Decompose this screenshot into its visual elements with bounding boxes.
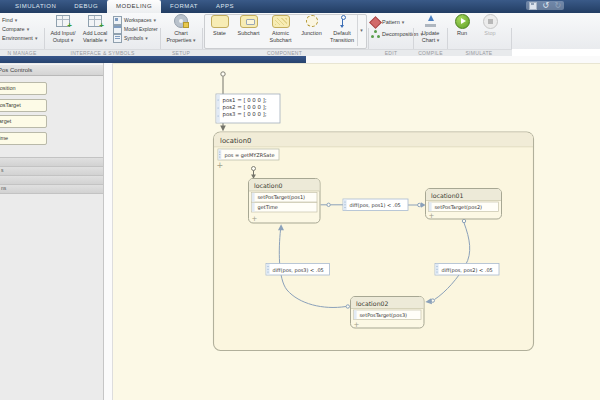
position-control-button[interactable]: Position bbox=[0, 82, 47, 95]
state-button[interactable]: State bbox=[206, 14, 233, 47]
chevron-down-icon: ▾ bbox=[153, 17, 156, 23]
transition-label-pos2-text: diff(pos, pos2) < .05 bbox=[442, 267, 493, 274]
chevron-down-icon: ▾ bbox=[402, 19, 405, 25]
default-transition-label: Default Transition bbox=[326, 30, 358, 43]
transition-label-pos2[interactable]: diff(pos, pos2) < .05 bbox=[435, 264, 499, 276]
stateflow-canvas[interactable]: pos1 = [ 0 0 0 ]; pos2 = [ 0 0 0 ]; pos3… bbox=[112, 63, 600, 400]
init-annotation-box[interactable]: pos1 = [ 0 0 0 ]; pos2 = [ 0 0 0 ]; pos3… bbox=[216, 94, 280, 123]
annotation-line-1: pos1 = [ 0 0 0 ]; bbox=[223, 97, 267, 104]
state-location0[interactable]: location0 setPosTarget(pos1) getTime + bbox=[249, 179, 321, 224]
add-local-variable-icon: + bbox=[88, 15, 102, 27]
outer-entry-text: pos = getMYZRSate bbox=[225, 152, 275, 159]
target-control-button[interactable]: Target bbox=[0, 115, 47, 128]
chevron-down-icon: ▾ bbox=[71, 37, 74, 43]
tab-apps[interactable]: APPS bbox=[207, 0, 243, 13]
chevron-down-icon: ▾ bbox=[193, 37, 196, 43]
pattern-button[interactable]: Pattern▾ bbox=[371, 18, 404, 26]
chart-properties-button[interactable]: Chart Properties ▾ bbox=[161, 14, 201, 47]
workspaces-label: Workspaces bbox=[124, 17, 151, 23]
pattern-label: Pattern bbox=[382, 19, 400, 25]
chevron-down-icon: ▾ bbox=[35, 35, 38, 41]
panel-section-4[interactable]: ns bbox=[0, 184, 103, 194]
state-location02[interactable]: location02 setPosTarget(pos3) + bbox=[351, 297, 425, 329]
symbols-button[interactable]: Symbols▾ bbox=[113, 34, 148, 42]
undo-icon[interactable]: ↺ bbox=[542, 2, 549, 10]
add-local-variable-button[interactable]: + Add Local Variable ▾ bbox=[80, 14, 110, 47]
expand-glyph-location01[interactable]: + bbox=[429, 212, 435, 220]
default-transition-button[interactable]: Default Transition bbox=[326, 14, 358, 47]
expand-glyph-outer[interactable]: + bbox=[217, 161, 224, 170]
target-label: Target bbox=[0, 116, 11, 127]
annotation-line-3: pos3 = [ 0 0 0 ]; bbox=[223, 111, 267, 118]
state-location0-action-2: getTime bbox=[258, 204, 278, 211]
add-input-output-button[interactable]: + Add Input/ Output ▾ bbox=[48, 14, 78, 47]
chevron-down-icon: ▾ bbox=[27, 26, 30, 32]
tab-modeling[interactable]: MODELING bbox=[107, 0, 161, 13]
chevron-down-icon: ▾ bbox=[145, 35, 148, 41]
state-location02-title: location02 bbox=[356, 300, 388, 307]
model-explorer-icon bbox=[113, 25, 122, 34]
find-button[interactable]: Find▾ bbox=[2, 16, 17, 24]
default-transition-icon bbox=[337, 15, 347, 28]
environment-button[interactable]: Environment▾ bbox=[2, 34, 37, 42]
add-input-output-icon: + bbox=[56, 15, 70, 27]
controls-panel: Pos Controls Position PosTarget Target T… bbox=[0, 63, 104, 400]
expand-glyph-location02[interactable]: + bbox=[354, 321, 360, 329]
state-location01-action-1: setPosTarget(pos2) bbox=[435, 204, 483, 211]
redo-icon[interactable]: ↻ bbox=[555, 2, 562, 10]
chart-svg: pos1 = [ 0 0 0 ]; pos2 = [ 0 0 0 ]; pos3… bbox=[113, 64, 600, 400]
state-label: State bbox=[206, 30, 233, 37]
compare-button[interactable]: Compare▾ bbox=[2, 25, 29, 33]
chart-properties-label: Chart Properties bbox=[166, 30, 191, 43]
outer-entry-label[interactable]: pos = getMYZRSate bbox=[218, 149, 279, 160]
atomic-subchart-button[interactable]: Atomic Subchart bbox=[264, 14, 297, 47]
chevron-down-icon: ▾ bbox=[360, 27, 363, 33]
tab-strip: SIMULATION DEBUG MODELING FORMAT APPS bbox=[6, 0, 243, 13]
junction-label: Junction bbox=[298, 30, 325, 37]
junction-icon bbox=[306, 15, 318, 27]
postarget-label: PosTarget bbox=[0, 100, 21, 111]
pattern-icon bbox=[369, 16, 382, 29]
symbols-icon bbox=[113, 34, 122, 43]
junction-button[interactable]: Junction bbox=[298, 14, 325, 47]
atomic-subchart-label: Atomic Subchart bbox=[264, 30, 297, 43]
model-explorer-button[interactable]: Model Explorer bbox=[113, 25, 158, 33]
stop-icon bbox=[483, 14, 498, 29]
compare-label: Compare bbox=[2, 26, 25, 32]
run-label: Run bbox=[450, 30, 474, 37]
time-label: Time bbox=[0, 133, 8, 144]
tab-format[interactable]: FORMAT bbox=[161, 0, 207, 13]
state-location0-action-1: setPosTarget(pos1) bbox=[258, 194, 306, 201]
save-icon[interactable] bbox=[529, 2, 537, 10]
decomposition-icon bbox=[371, 30, 380, 39]
transition-label-pos3[interactable]: diff(pos, pos3) < .05 bbox=[266, 264, 330, 276]
workspaces-icon bbox=[113, 16, 122, 25]
transition-label-pos1[interactable]: diff(pos, pos1) < .05 bbox=[343, 199, 408, 211]
workspaces-button[interactable]: Workspaces▾ bbox=[113, 16, 156, 24]
stop-button[interactable]: Stop bbox=[478, 14, 502, 47]
component-gallery-expand-button[interactable]: ▾ bbox=[357, 15, 365, 46]
controls-panel-header[interactable]: Pos Controls bbox=[0, 64, 103, 76]
update-chart-button[interactable]: Update Chart ▾ bbox=[416, 14, 445, 47]
state-location01-title: location01 bbox=[431, 192, 463, 199]
state-icon bbox=[211, 15, 229, 28]
state-location01[interactable]: location01 setPosTarget(pos2) + bbox=[426, 189, 502, 220]
time-control-button[interactable]: Time bbox=[0, 132, 47, 145]
initial-junction[interactable] bbox=[221, 72, 225, 76]
subchart-label: Subchart bbox=[234, 30, 263, 37]
chevron-down-icon: ▾ bbox=[104, 37, 107, 43]
subchart-icon bbox=[240, 15, 258, 28]
transition-label-pos1-text: diff(pos, pos1) < .05 bbox=[350, 202, 401, 209]
tab-simulation[interactable]: SIMULATION bbox=[6, 0, 65, 13]
find-label: Find bbox=[2, 17, 13, 23]
quick-access-toolbar: ↺ ↻ bbox=[526, 1, 564, 10]
tab-debug[interactable]: DEBUG bbox=[65, 0, 107, 13]
model-explorer-label: Model Explorer bbox=[124, 26, 158, 32]
run-button[interactable]: Run bbox=[450, 14, 474, 47]
subchart-button[interactable]: Subchart bbox=[234, 14, 263, 47]
state-location02-action-1: setPosTarget(pos3) bbox=[360, 312, 408, 319]
annotation-line-2: pos2 = [ 0 0 0 ]; bbox=[223, 104, 267, 111]
postarget-control-button[interactable]: PosTarget bbox=[0, 99, 47, 112]
panel-title-bar[interactable] bbox=[0, 56, 306, 63]
expand-glyph-location0[interactable]: + bbox=[252, 215, 258, 223]
